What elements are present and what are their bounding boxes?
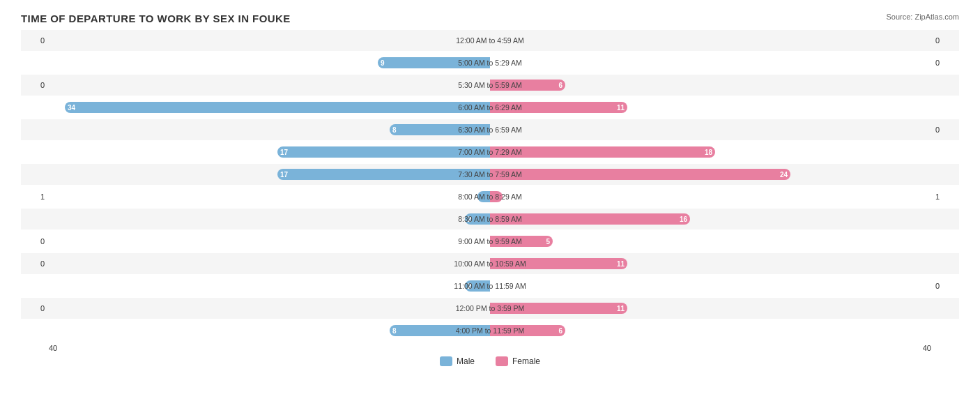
legend-male-box: [440, 356, 452, 366]
male-bar: 2: [465, 213, 490, 225]
axis-min-left: 40: [49, 344, 57, 352]
male-bar: 17: [277, 169, 490, 180]
bars-center: 95:00 AM to 5:29 AM: [49, 52, 931, 73]
bars-center: 177:30 AM to 7:59 AM24: [49, 164, 931, 185]
bars-center: 346:00 AM to 6:29 AM11: [49, 97, 931, 118]
female-bar: 24: [490, 169, 790, 180]
female-value: 0: [931, 59, 959, 67]
female-bar: 6: [490, 325, 565, 336]
female-bar: 6: [490, 80, 565, 91]
chart-row: 346:00 AM to 6:29 AM11: [21, 97, 959, 118]
bars-center: 9:00 AM to 9:59 AM5: [49, 231, 931, 252]
chart-container: TIME OF DEPARTURE TO WORK BY SEX IN FOUK…: [0, 0, 980, 415]
chart-row: 84:00 PM to 11:59 PM6: [21, 320, 959, 341]
chart-row: 012:00 AM to 4:59 AM0: [21, 30, 959, 51]
female-bar: 5: [490, 236, 553, 247]
female-bar: 16: [490, 213, 690, 225]
bars-center: 28:30 AM to 8:59 AM16: [49, 209, 931, 229]
female-bar: 11: [490, 102, 627, 113]
male-bar: 34: [65, 102, 490, 113]
time-label: 12:00 AM to 4:59 AM: [456, 36, 523, 45]
female-value: 0: [931, 126, 959, 134]
chart-row: 86:30 AM to 6:59 AM0: [21, 119, 959, 140]
male-bar: 2: [465, 280, 490, 292]
male-bar: [477, 191, 490, 202]
chart-row: 010:00 AM to 10:59 AM11: [21, 253, 959, 274]
male-value: 0: [21, 259, 49, 268]
male-bar: 9: [378, 57, 490, 68]
male-bar: 8: [390, 325, 490, 336]
legend-female-box: [496, 356, 508, 366]
male-value: 0: [21, 36, 49, 45]
female-bar: [490, 191, 503, 202]
chart-row: 09:00 AM to 9:59 AM5: [21, 231, 959, 252]
male-bar: 17: [277, 146, 490, 158]
chart-body: 012:00 AM to 4:59 AM095:00 AM to 5:29 AM…: [21, 30, 959, 341]
bars-center: 177:00 AM to 7:29 AM18: [49, 142, 931, 163]
chart-row: 177:00 AM to 7:29 AM18: [21, 142, 959, 163]
chart-row: 95:00 AM to 5:29 AM0: [21, 52, 959, 73]
bars-center: 211:00 AM to 11:59 AM: [49, 276, 931, 296]
legend-female-label: Female: [512, 356, 540, 366]
chart-row: 28:30 AM to 8:59 AM16: [21, 209, 959, 229]
male-value: 0: [21, 237, 49, 246]
male-value: 0: [21, 304, 49, 312]
female-bar: 11: [490, 258, 627, 269]
legend-female: Female: [496, 356, 540, 366]
chart-title: TIME OF DEPARTURE TO WORK BY SEX IN FOUK…: [21, 13, 959, 24]
male-bar: 8: [390, 124, 490, 135]
legend-male: Male: [440, 356, 475, 366]
chart-row: 18:00 AM to 8:29 AM1: [21, 186, 959, 207]
chart-row: 05:30 AM to 5:59 AM6: [21, 75, 959, 96]
bars-center: 8:00 AM to 8:29 AM: [49, 186, 931, 207]
axis-max-right: 40: [923, 344, 931, 352]
legend-male-label: Male: [457, 356, 475, 366]
bars-center: 86:30 AM to 6:59 AM: [49, 119, 931, 140]
bars-center: 12:00 AM to 4:59 AM: [49, 30, 931, 51]
source-label: Source: ZipAtlas.com: [886, 13, 959, 21]
female-value: 0: [931, 36, 959, 45]
female-bar: 11: [490, 303, 627, 314]
bars-center: 84:00 PM to 11:59 PM6: [49, 320, 931, 341]
legend: Male Female: [21, 356, 959, 366]
chart-row: 012:00 PM to 3:59 PM11: [21, 298, 959, 319]
female-value: 0: [931, 282, 959, 290]
bars-center: 5:30 AM to 5:59 AM6: [49, 75, 931, 96]
chart-row: 211:00 AM to 11:59 AM0: [21, 276, 959, 296]
female-bar: 18: [490, 146, 715, 158]
bars-center: 12:00 PM to 3:59 PM11: [49, 298, 931, 319]
bars-center: 10:00 AM to 10:59 AM11: [49, 253, 931, 274]
male-value: 0: [21, 81, 49, 89]
chart-row: 177:30 AM to 7:59 AM24: [21, 164, 959, 185]
